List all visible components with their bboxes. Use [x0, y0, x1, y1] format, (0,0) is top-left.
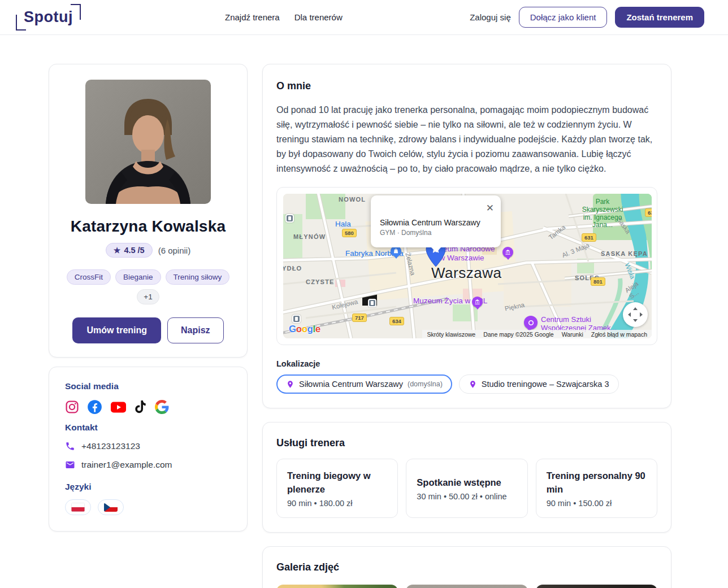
location-default-note: (domyślna)	[408, 380, 443, 388]
services-section: Usługi trenera Trening biegowy w plenerz…	[262, 422, 671, 533]
service-details: 30 min • 50.00 zł • online	[417, 492, 517, 501]
become-trainer-button[interactable]: Zostań trenerem	[615, 7, 704, 28]
map-label-nowolipki: NOWOL	[339, 196, 366, 203]
social-contact-card: Social media Kontakt +48123123123 traine…	[49, 367, 248, 532]
gallery-section: Galeria zdjęć	[262, 546, 671, 588]
book-training-button[interactable]: Umów trening	[72, 317, 161, 343]
message-button[interactable]: Napisz	[167, 317, 224, 343]
tag-bieganie: Bieganie	[115, 269, 161, 285]
social-icons-row	[65, 399, 231, 415]
location-chip-label: Siłownia Centrum Warszawy	[299, 380, 403, 389]
instagram-icon[interactable]	[65, 400, 79, 414]
rating-row: ★4.5 /5 (6 opinii)	[63, 243, 233, 258]
service-name: Trening personalny 90 min	[547, 469, 647, 496]
location-pin-icon	[286, 380, 294, 389]
road-badge-63: 63	[645, 208, 652, 217]
service-card-trening-biegowy: Trening biegowy w plenerze 90 min • 180.…	[276, 459, 398, 518]
login-link[interactable]: Zaloguj się	[470, 12, 511, 22]
gallery-grid	[276, 585, 657, 588]
service-details: 90 min • 180.00 zł	[287, 499, 387, 508]
map-data-credit: Dane mapy ©2025 Google	[483, 331, 553, 338]
map-attribution: Skróty klawiszowe Dane mapy ©2025 Google…	[422, 330, 652, 338]
reviews-count: (6 opinii)	[158, 246, 191, 255]
service-card-trening-personalny: Trening personalny 90 min 90 min • 150.0…	[536, 459, 657, 518]
gallery-title: Galeria zdjęć	[276, 561, 657, 573]
location-chip-studio-szwajcarska[interactable]: Studio treningowe – Szwajcarska 3	[459, 374, 619, 394]
youtube-icon[interactable]	[110, 401, 127, 413]
tags-more-badge[interactable]: +1	[137, 289, 159, 304]
auth-actions: Zaloguj się Dołącz jako klient Zostań tr…	[470, 7, 704, 28]
nav-find-trainer[interactable]: Znajdź trenera	[225, 12, 280, 22]
popup-location-type: GYM · Domyślna	[380, 229, 492, 237]
phone-icon	[65, 441, 75, 451]
road-badge-801-south: 801	[591, 277, 605, 286]
keyboard-shortcuts-link[interactable]: Skróty klawiszowe	[427, 331, 475, 338]
gallery-photo-outdoor[interactable]	[276, 585, 398, 588]
email-icon	[65, 460, 75, 470]
map-label-saska-kepa: SASKA KĘPA	[601, 250, 648, 258]
map-label-park-skaryszewski: Park Skaryszewski im. Ignacego Jana...	[573, 198, 632, 229]
facebook-icon[interactable]	[87, 399, 102, 415]
transit-station-icon[interactable]	[368, 299, 376, 307]
map-info-popup: ✕ Siłownia Centrum Warszawy GYM · Domyśl…	[371, 195, 501, 247]
transit-station-icon[interactable]	[285, 214, 294, 223]
service-name: Spotkanie wstępne	[417, 476, 517, 489]
service-card-spotkanie-wstepne: Spotkanie wstępne 30 min • 50.00 zł • on…	[406, 459, 527, 518]
contact-title: Kontakt	[65, 423, 231, 433]
about-section: O mnie Od ponad 10 lat pracuję jako tren…	[262, 64, 671, 408]
email-row: trainer1@example.com	[65, 460, 231, 470]
gallery-photo-gym-dark[interactable]	[536, 585, 657, 588]
locations-title: Lokalizacje	[276, 359, 657, 368]
report-error-link[interactable]: Zgłoś błąd w mapach	[591, 331, 647, 338]
services-title: Usługi trenera	[276, 437, 657, 449]
museum-poi-icon[interactable]	[502, 247, 513, 258]
spotuj-logo[interactable]: Spotuj	[16, 4, 81, 31]
google-icon[interactable]	[155, 400, 169, 414]
languages-row	[65, 499, 231, 515]
phone-row: +48123123123	[65, 441, 231, 451]
map-label-czyste: CZYSTE	[306, 278, 335, 286]
join-as-client-button[interactable]: Dołącz jako klient	[519, 7, 608, 28]
road-badge-634: 634	[389, 317, 404, 325]
top-navigation-bar: Spotuj Znajdź trenera Dla trenerów Zalog…	[0, 0, 728, 35]
location-chip-silownia-centrum[interactable]: Siłownia Centrum Warszawy (domyślna)	[276, 374, 452, 394]
about-text: Od ponad 10 lat pracuję jako trenerka pe…	[276, 103, 657, 176]
transit-station-icon[interactable]	[292, 315, 301, 323]
tiktok-icon[interactable]	[135, 400, 147, 414]
gallery-photo-gym-pair[interactable]	[406, 585, 527, 588]
service-details: 90 min • 150.00 zł	[547, 499, 647, 508]
map-label-mlynow: MŁYNÓW	[293, 233, 326, 241]
location-chip-label: Studio treningowe – Szwajcarska 3	[482, 380, 609, 389]
location-chips: Siłownia Centrum Warszawy (domyślna) Stu…	[276, 374, 657, 394]
map-label-ydlo: YDŁO	[283, 265, 302, 272]
google-map[interactable]: NOWOL MŁYNÓW Hala Fabryka Norblina Muzeu…	[283, 194, 652, 338]
road-badge-631: 631	[582, 233, 596, 242]
map-label-hala: Hala	[335, 220, 351, 229]
terms-link[interactable]: Warunki	[562, 331, 583, 338]
services-grid: Trening biegowy w plenerze 90 min • 180.…	[276, 459, 657, 518]
road-badge-580: 580	[342, 229, 357, 237]
social-media-title: Social media	[65, 381, 231, 391]
trainer-profile-card: Katarzyna Kowalska ★4.5 /5 (6 opinii) Cr…	[49, 64, 248, 358]
about-title: O mnie	[276, 80, 657, 92]
profile-actions: Umów trening Napisz	[63, 317, 233, 343]
museum-prl-poi-icon[interactable]	[472, 297, 483, 307]
flag-poland	[65, 499, 91, 515]
google-maps-logo[interactable]: Google	[289, 324, 320, 335]
nav-for-trainers[interactable]: Dla trenerów	[294, 12, 343, 22]
map-pan-control[interactable]	[623, 302, 648, 327]
main-nav: Znajdź trenera Dla trenerów	[225, 12, 343, 22]
trainer-name: Katarzyna Kowalska	[63, 217, 233, 236]
service-name: Trening biegowy w plenerze	[287, 469, 387, 496]
specialty-tags: CrossFit Bieganie Trening siłowy +1	[63, 269, 233, 304]
phone-number[interactable]: +48123123123	[81, 441, 140, 451]
popup-close-icon[interactable]: ✕	[486, 202, 494, 214]
map-container: NOWOL MŁYNÓW Hala Fabryka Norblina Muzeu…	[276, 187, 657, 345]
tag-crossfit: CrossFit	[67, 269, 111, 285]
popup-location-name: Siłownia Centrum Warszawy	[380, 218, 492, 227]
art-center-poi-icon[interactable]	[524, 316, 538, 329]
star-icon: ★	[114, 246, 121, 255]
road-badge-717: 717	[352, 313, 367, 322]
email-address[interactable]: trainer1@example.com	[81, 460, 172, 470]
tag-trening-silowy: Trening siłowy	[166, 269, 230, 285]
